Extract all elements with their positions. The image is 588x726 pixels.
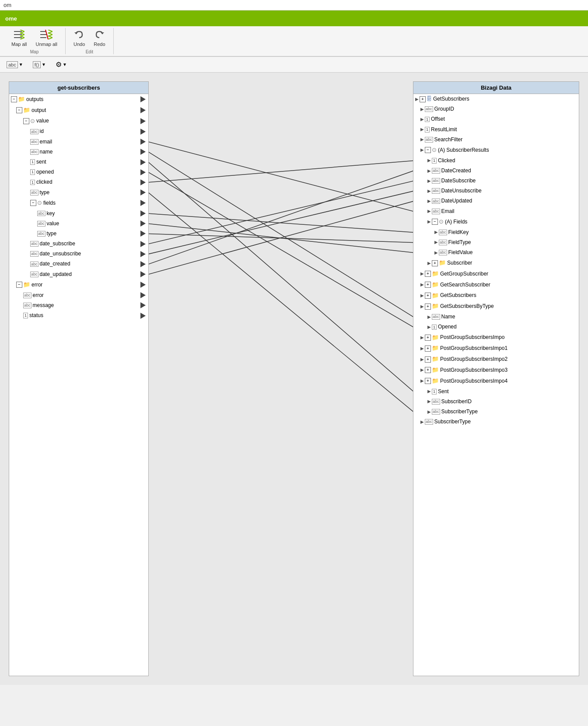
- left-item-clicked: 1 clicked: [9, 177, 148, 187]
- expand-arrow-sub: ▶: [427, 260, 431, 267]
- expand-value[interactable]: −: [23, 118, 29, 124]
- abc-badge-du: abc: [432, 188, 440, 194]
- num-badge-opened-r: 1: [432, 325, 437, 330]
- expand-pgsi[interactable]: +: [425, 335, 431, 341]
- id-arrow[interactable]: [140, 129, 147, 135]
- right-item-gs2: ▶ + 📁 GetSubscribers: [413, 290, 579, 301]
- date-created-arrow[interactable]: [140, 261, 147, 267]
- expand-error[interactable]: −: [16, 282, 22, 288]
- folder-icon-ggs: 📁: [432, 269, 439, 279]
- expand-arrow-clicked: ▶: [427, 157, 431, 164]
- message-arrow[interactable]: [140, 302, 147, 308]
- expand-arrow-sr: ▶: [420, 147, 424, 154]
- outputs-arrow[interactable]: [140, 96, 147, 102]
- expand-arrow-du: ▶: [427, 188, 431, 195]
- key-arrow[interactable]: [140, 210, 147, 216]
- fields-arrow[interactable]: [140, 200, 147, 206]
- secondary-toolbar: abc ▼ f() ▼ ⚙ ▼: [0, 57, 588, 73]
- expand-arrow-fields-r: ▶: [427, 218, 431, 225]
- fvalue-arrow[interactable]: [140, 220, 147, 227]
- left-item-fields: − ⊙ fields: [9, 198, 148, 209]
- obj-icon-value: ⊙: [30, 117, 35, 126]
- undo-label: Undo: [74, 42, 85, 47]
- abc-badge-subtype: abc: [432, 409, 440, 415]
- expand-sub[interactable]: +: [432, 260, 438, 266]
- expand-gs2[interactable]: +: [425, 293, 431, 299]
- abc-badge-name: abc: [30, 149, 38, 155]
- expand-pgsi1[interactable]: +: [425, 346, 431, 352]
- svg-marker-13: [140, 139, 146, 145]
- expand-arrow-gs-root[interactable]: ▶: [415, 96, 419, 103]
- right-item-label-pgsi2: PostGroupSubscribersImpo2: [440, 355, 508, 363]
- svg-line-33: [149, 162, 413, 392]
- email-arrow[interactable]: [140, 139, 147, 145]
- right-item-name-r: ▶ abc Name: [413, 312, 579, 322]
- date-unsubscribe-arrow[interactable]: [140, 251, 147, 257]
- expand-arrow-pgsi2: ▶: [420, 356, 424, 363]
- sec-dropdown-arrow1[interactable]: ▼: [19, 62, 23, 67]
- right-item-label-rl: ResultLimit: [431, 126, 457, 134]
- abc-button[interactable]: abc ▼: [4, 60, 26, 70]
- redo-button[interactable]: Redo: [91, 28, 108, 49]
- left-item-output: − 📁 output: [9, 105, 148, 116]
- expand-outputs[interactable]: −: [11, 96, 17, 102]
- folder-icon-pgsi3: 📁: [432, 366, 439, 375]
- type-arrow[interactable]: [140, 189, 147, 195]
- expand-pgsi3[interactable]: +: [425, 367, 431, 373]
- expand-ggs[interactable]: +: [425, 271, 431, 277]
- gear-button[interactable]: ⚙ ▼: [52, 59, 70, 70]
- date-updated-arrow[interactable]: [140, 271, 147, 277]
- right-item-label-clicked: Clicked: [438, 157, 455, 165]
- expand-arrow-ds: ▶: [427, 178, 431, 185]
- clicked-arrow[interactable]: [140, 179, 147, 185]
- left-item-label-type: type: [40, 188, 50, 197]
- abc-badge-type: abc: [30, 190, 38, 195]
- left-tree: − 📁 outputs − 📁 output − ⊙ value abc: [9, 94, 148, 321]
- right-item-fieldkey: ▶ abc FieldKey: [413, 227, 579, 237]
- value-arrow[interactable]: [140, 118, 147, 124]
- right-item-datecreated: ▶ abc DateCreated: [413, 166, 579, 176]
- svg-marker-22: [140, 230, 146, 237]
- output-arrow[interactable]: [140, 107, 147, 113]
- expand-fields-r[interactable]: −: [432, 219, 438, 225]
- expand-sr[interactable]: −: [425, 147, 431, 153]
- expand-arrow-opened-r: ▶: [427, 324, 431, 331]
- expand-arrow-duu: ▶: [427, 198, 431, 205]
- right-item-label-subtype2: SubscriberType: [434, 418, 471, 426]
- obj-icon-fields-r: ⊙: [439, 217, 444, 227]
- status-arrow[interactable]: [140, 313, 147, 319]
- svg-marker-20: [140, 210, 146, 216]
- date-subscribe-arrow[interactable]: [140, 241, 147, 247]
- expand-gs-root[interactable]: +: [420, 96, 426, 102]
- error-folder-arrow[interactable]: [140, 282, 147, 288]
- unmap-all-button[interactable]: Unmap all: [33, 28, 60, 49]
- left-item-date-subscribe: abc date_subscribe: [9, 239, 148, 249]
- expand-gsbt[interactable]: +: [425, 304, 431, 310]
- ftype-arrow[interactable]: [140, 230, 147, 237]
- expand-arrow-pgsi1: ▶: [420, 345, 424, 352]
- error-arrow[interactable]: [140, 292, 147, 298]
- expand-arrow-name-r: ▶: [427, 314, 431, 321]
- right-item-ggs: ▶ + 📁 GetGroupSubscriber: [413, 269, 579, 279]
- expand-gss[interactable]: +: [425, 282, 431, 288]
- svg-marker-27: [140, 282, 146, 288]
- undo-button[interactable]: Undo: [71, 28, 88, 49]
- left-item-type: abc type: [9, 188, 148, 198]
- sec-dropdown-arrow2[interactable]: ▼: [42, 62, 46, 67]
- right-item-subscriber: ▶ + 📁 Subscriber: [413, 258, 579, 269]
- sec-dropdown-arrow3[interactable]: ▼: [63, 62, 67, 67]
- name-arrow[interactable]: [140, 149, 147, 155]
- expand-pgsi2[interactable]: +: [425, 356, 431, 363]
- map-all-button[interactable]: Map all: [9, 28, 29, 49]
- svg-marker-25: [140, 261, 146, 267]
- left-item-label-email: email: [40, 138, 52, 146]
- fx-button[interactable]: f() ▼: [30, 60, 49, 70]
- expand-output[interactable]: −: [16, 107, 22, 113]
- abc-badge-groupid: abc: [425, 106, 433, 112]
- opened-arrow[interactable]: [140, 169, 147, 175]
- sent-arrow[interactable]: [140, 159, 147, 165]
- expand-pgsi4[interactable]: +: [425, 378, 431, 384]
- left-item-message: abc message: [9, 300, 148, 311]
- expand-fields[interactable]: −: [30, 200, 36, 206]
- right-item-email: ▶ abc Email: [413, 206, 579, 216]
